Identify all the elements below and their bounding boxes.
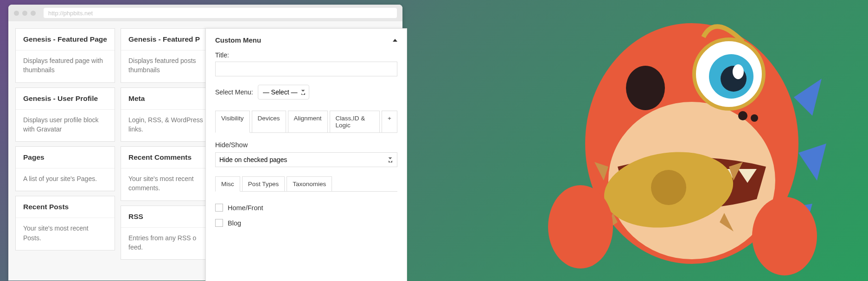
subtab-taxonomies[interactable]: Taxonomies [287, 176, 332, 192]
minimize-dot-icon[interactable] [22, 11, 27, 16]
tab-class-id-logic[interactable]: Class,ID & Logic [330, 111, 380, 133]
browser-chrome: http://phpbits.net [8, 5, 402, 21]
widget-desc: Displays user profile block with Gravata… [16, 110, 115, 142]
panel-title: Custom Menu [215, 36, 261, 44]
widget-area: Genesis - Featured PageDisplays featured… [8, 21, 402, 281]
widget-title: Recent Posts [16, 196, 115, 218]
hideshow-select[interactable]: Hide on checked pages [215, 152, 397, 167]
misc-content: Home/Front Blog [215, 191, 397, 239]
widget-desc: Displays featured page with thumbnails [16, 50, 115, 82]
mascot-image [525, 5, 859, 278]
widget-item[interactable]: PagesA list of your site's Pages. [15, 146, 115, 191]
subtab-misc[interactable]: Misc [215, 176, 240, 192]
visibility-content: Hide/Show Hide on checked pages Misc Pos… [215, 132, 397, 247]
hideshow-label: Hide/Show [215, 141, 397, 149]
svg-point-8 [651, 170, 686, 205]
settings-tabs: Visibility Devices Alignment Class,ID & … [215, 111, 397, 133]
tab-alignment[interactable]: Alignment [288, 111, 328, 133]
collapse-icon [393, 39, 397, 42]
widget-desc: Your site's most recent Posts. [16, 218, 115, 250]
svg-point-11 [738, 111, 747, 120]
svg-point-9 [548, 185, 613, 269]
menu-select[interactable]: — Select — [258, 85, 309, 100]
widget-title: Genesis - User Profile [16, 88, 115, 110]
close-dot-icon[interactable] [14, 11, 19, 16]
check-blog-input[interactable] [215, 219, 223, 227]
panel-header[interactable]: Custom Menu [206, 29, 407, 51]
widget-item[interactable]: Recent PostsYour site's most recent Post… [15, 196, 115, 250]
widget-settings-panel: Custom Menu Title: Select Menu: — Select… [205, 28, 407, 281]
widget-col-1: Genesis - Featured PageDisplays featured… [15, 28, 115, 274]
svg-point-6 [733, 64, 744, 79]
subtabs: Misc Post Types Taxonomies [215, 176, 397, 192]
title-label: Title: [215, 51, 397, 59]
svg-point-10 [752, 197, 817, 275]
url-bar[interactable]: http://phpbits.net [44, 8, 397, 18]
widget-title: Pages [16, 147, 115, 169]
widget-item[interactable]: Genesis - User ProfileDisplays user prof… [15, 87, 115, 142]
menu-label: Select Menu: [215, 88, 253, 96]
check-home-label: Home/Front [228, 204, 263, 212]
svg-point-2 [626, 66, 665, 110]
subtab-post-types[interactable]: Post Types [242, 176, 285, 192]
tab-devices[interactable]: Devices [252, 111, 286, 133]
tab-visibility[interactable]: Visibility [215, 111, 250, 133]
check-blog[interactable]: Blog [215, 215, 397, 231]
check-home[interactable]: Home/Front [215, 200, 397, 215]
widget-title: Genesis - Featured Page [16, 29, 115, 50]
widget-desc: A list of your site's Pages. [16, 169, 115, 191]
widget-item[interactable]: Genesis - Featured PageDisplays featured… [15, 28, 115, 83]
title-input[interactable] [215, 62, 397, 76]
check-blog-label: Blog [228, 219, 241, 227]
maximize-dot-icon[interactable] [31, 11, 36, 16]
svg-point-12 [751, 114, 758, 122]
browser-window: http://phpbits.net Genesis - Featured Pa… [8, 5, 402, 281]
tab-add[interactable]: + [382, 111, 397, 133]
panel-form: Title: Select Menu: — Select — Visibilit… [206, 51, 407, 247]
check-home-input[interactable] [215, 204, 223, 212]
